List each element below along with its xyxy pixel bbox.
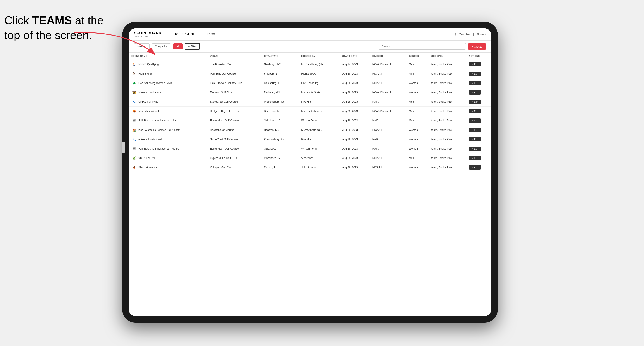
cell-hosted-by: Mt. Saint Mary (NY) [299,60,340,69]
edit-button[interactable]: Edit [469,147,481,151]
cell-start-date: Aug 26, 2023 [340,78,370,88]
cell-city-state: Galesburg, IL [261,78,299,88]
cell-start-date: Aug 28, 2023 [340,88,370,97]
cell-scoring: team, Stroke Play [429,125,466,135]
cell-actions: Edit [466,60,491,69]
cell-actions: Edit [466,107,491,116]
cell-start-date: Aug 28, 2023 [340,144,370,154]
cell-actions: Edit [466,144,491,154]
cell-gender: Men [406,60,429,69]
table-row: 🐺 Fall Statesmen Invitational - Women Ed… [129,144,491,154]
event-name-text: Fall Statesmen Invitational - Women [138,147,180,150]
all-filter-btn[interactable]: All [173,43,182,49]
competing-filter-btn[interactable]: Competing [152,43,171,49]
cell-event-name: 🐺 Fall Statesmen Invitational - Men [129,116,208,125]
cell-city-state: Vincennes, IN [261,154,299,163]
cell-city-state: Freeport, IL [261,69,299,78]
cell-city-state: Oskaloosa, IA [261,144,299,154]
col-actions: ACTIONS [466,52,491,60]
event-name-text: VU PREVIEW [138,157,155,160]
cell-start-date: Aug 24, 2023 [340,60,370,69]
col-venue: VENUE [208,52,261,60]
event-name-text: Carl Sandburg Women FA23 [138,82,172,85]
nav-right: ⚙ Test User | Sign out [454,33,486,36]
tab-tournaments[interactable]: TOURNAMENTS [170,28,201,40]
cell-venue: The Powelton Club [208,60,261,69]
team-icon: 🌲 [132,80,137,86]
col-event-name: EVENT NAME [129,52,208,60]
cell-division: NICAA II [370,154,406,163]
tablet-screen: SCOREBOARD Powered by Clipp TOURNAMENTS … [129,28,491,316]
table-row: 🦅 Highland 36 Park Hills Golf Course Fre… [129,69,491,78]
cell-division: NCAA Division II [370,88,406,97]
edit-button[interactable]: Edit [469,81,481,85]
cell-division: NCAA Division III [370,107,406,116]
cell-actions: Edit [466,125,491,135]
instruction-line1: Click TEAMS at the [4,14,104,27]
tab-teams[interactable]: TEAMS [201,28,220,40]
event-name-text: Maverick Invitational [138,91,162,94]
edit-button[interactable]: Edit [469,109,481,113]
filter-icon-btn[interactable]: ≡ Filter [185,43,200,50]
search-input[interactable] [378,43,466,50]
tournaments-table: EVENT NAME VENUE CITY, STATE HOSTED BY S… [129,52,491,172]
event-name-text: 2023 Women's Hesston Fall Kickoff [138,128,180,132]
edit-button[interactable]: Edit [469,100,481,104]
cell-gender: Women [406,144,429,154]
cell-hosted-by: Pikeville [299,97,340,107]
cell-division: NICAA I [370,78,406,88]
cell-scoring: team, Stroke Play [429,163,466,172]
table-row: 🌿 VU PREVIEW Cypress Hills Golf Club Vin… [129,154,491,163]
sign-out-link[interactable]: Sign out [476,33,486,36]
col-start-date: START DATE [340,52,370,60]
table-body: 🏌 MSMC Qualifying 1 The Powelton Club Ne… [129,60,491,172]
instruction-text: Click TEAMS at the top of the screen. [4,13,104,42]
cell-event-name: 🤠 Maverick Invitational [129,88,208,97]
cell-venue: StoneCrest Golf Course [208,97,261,107]
hosting-filter-btn[interactable]: Hosting [134,43,150,49]
cell-hosted-by: William Penn [299,144,340,154]
edit-button[interactable]: Edit [469,90,481,95]
edit-button[interactable]: Edit [469,118,481,123]
cell-event-name: 🦅 Highland 36 [129,69,208,78]
cell-venue: Ruttger's Bay Lake Resort [208,107,261,116]
team-icon: 🐺 [132,118,137,123]
cell-city-state: Faribault, MN [261,88,299,97]
edit-button[interactable]: Edit [469,71,481,76]
edit-button[interactable]: Edit [469,62,481,66]
cell-event-name: 🦊 Morris Invitational [129,107,208,116]
cell-scoring: team, Stroke Play [429,69,466,78]
edit-button[interactable]: Edit [469,165,481,170]
cell-division: NAIA [370,135,406,144]
cell-hosted-by: Carl Sandburg [299,78,340,88]
cell-venue: Edmundson Golf Course [208,116,261,125]
cell-gender: Women [406,125,429,135]
create-btn[interactable]: + Create [468,43,486,50]
team-icon: 🏫 [132,127,137,133]
cell-scoring: team, Stroke Play [429,116,466,125]
cell-actions: Edit [466,116,491,125]
cell-division: NAIA [370,144,406,154]
cell-gender: Men [406,69,429,78]
cell-city-state: Hesston, KS [261,125,299,135]
cell-hosted-by: Highland CC [299,69,340,78]
edit-button[interactable]: Edit [469,128,481,132]
edit-button[interactable]: Edit [469,156,481,160]
cell-venue: Kokopelli Golf Club [208,163,261,172]
edit-button[interactable]: Edit [469,137,481,142]
event-name-text: UPIKE Fall Invite [138,100,158,103]
cell-actions: Edit [466,78,491,88]
event-name-text: MSMC Qualifying 1 [138,63,161,66]
cell-city-state: Oskaloosa, IA [261,116,299,125]
cell-scoring: team, Stroke Play [429,78,466,88]
cell-hosted-by: Minnesota State [299,88,340,97]
cell-venue: Lake Bracken Country Club [208,78,261,88]
cell-start-date: Aug 28, 2023 [340,97,370,107]
settings-icon[interactable]: ⚙ [454,33,457,36]
table-row: 🏫 2023 Women's Hesston Fall Kickoff Hess… [129,125,491,135]
cell-start-date: Aug 28, 2023 [340,154,370,163]
team-icon: 🐾 [132,137,137,142]
cell-division: NAIA [370,116,406,125]
tablet-frame: SCOREBOARD Powered by Clipp TOURNAMENTS … [122,22,498,323]
table-row: 🦊 Morris Invitational Ruttger's Bay Lake… [129,107,491,116]
